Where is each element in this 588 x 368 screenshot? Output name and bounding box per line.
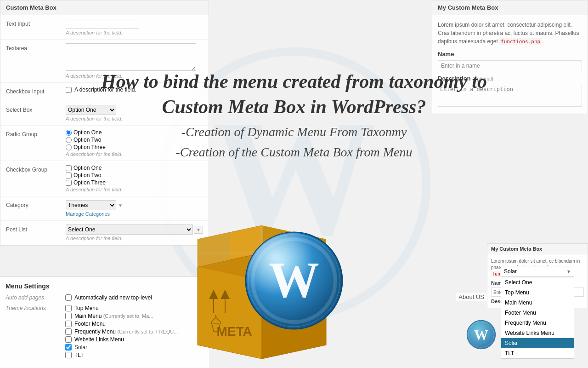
- post-list-select-field[interactable]: Select One: [66, 224, 193, 235]
- auto-add-pages-row: Auto add pages Automatically add new top…: [6, 294, 204, 302]
- wp-sphere: W: [243, 230, 345, 331]
- menu-checkbox-main[interactable]: [65, 313, 72, 319]
- checkbox-group-content: Option One Option Two Option Three A des…: [66, 165, 203, 192]
- checkbox-group-text-2: Option Two: [74, 172, 101, 178]
- checkbox-group-item-1[interactable]: Option One: [66, 165, 203, 171]
- radio-group-label: Radio Group: [6, 129, 66, 138]
- dropdown-item-website-links-menu[interactable]: Website Links Menu: [501, 328, 574, 338]
- post-list-label: Post List: [6, 224, 66, 233]
- radio-input-2[interactable]: [66, 137, 72, 143]
- auto-add-text: Automatically add new top-level: [74, 294, 152, 301]
- right-panel-name-label: Name: [438, 51, 582, 58]
- svg-text:W: W: [474, 327, 488, 343]
- right-custom-meta-box-panel: My Custom Meta Box Lorem ipsum dolor sit…: [432, 0, 588, 114]
- category-label: Category: [6, 200, 66, 208]
- svg-text:W: W: [269, 252, 319, 308]
- radio-input-3[interactable]: [66, 144, 72, 150]
- menu-checkbox-footer[interactable]: [65, 321, 72, 327]
- dropdown-arrow-icon: ▼: [566, 269, 571, 274]
- right-panel-body: Lorem ipsum dolor sit amet, consectetur …: [432, 15, 588, 114]
- checkbox-input-label: Checkbox Input: [6, 86, 66, 95]
- radio-group-content: Option One Option Two Option Three A des…: [66, 129, 203, 157]
- dropdown-item-main-menu[interactable]: Main Menu: [501, 298, 574, 308]
- right-panel-period: .: [543, 38, 545, 45]
- category-select-arrow: ▼: [118, 203, 123, 208]
- right-panel-title: My Custom Meta Box: [432, 0, 588, 15]
- dropdown-item-solar[interactable]: Solar: [501, 338, 574, 348]
- menu-checkbox-frequently[interactable]: [65, 328, 72, 335]
- dropdown-selected-value[interactable]: Solar ▼: [501, 266, 574, 277]
- right-panel-description: Lorem ipsum dolor sit amet, consectetur …: [438, 21, 582, 46]
- checkbox-group-desc: A description for the field.: [66, 187, 203, 192]
- select-box-desc: A description for the field.: [66, 116, 203, 121]
- radio-input-1[interactable]: [66, 130, 72, 136]
- checkbox-input-field[interactable]: [66, 87, 72, 93]
- theme-locations-row: Theme locations Top Menu Main Menu (Curr…: [6, 305, 204, 360]
- select-box-label: Select Box: [6, 105, 66, 113]
- menu-checkbox-solar[interactable]: [65, 344, 72, 351]
- checkbox-group-item-2[interactable]: Option Two: [66, 172, 203, 178]
- left-panel-title: Custom Meta Box: [0, 0, 209, 15]
- text-input-label: Text Input: [6, 19, 66, 27]
- checkbox-input-content: A description for the field.: [66, 86, 203, 93]
- menu-label-frequently: Frequently Menu (Currently set to: FREQU…: [74, 328, 178, 335]
- textarea-row: Textarea A description for the field.: [0, 40, 209, 83]
- right-panel-code: functions.php: [499, 38, 542, 45]
- checkbox-group-input-1[interactable]: [66, 165, 72, 171]
- checkbox-group-row: Checkbox Group Option One Option Two Opt…: [0, 161, 209, 196]
- dropdown-item-footer-menu[interactable]: Footer Menu: [501, 308, 574, 318]
- wp-logo-circle: W: [466, 320, 496, 350]
- dropdown-item-top-menu[interactable]: Top Menu: [501, 288, 574, 298]
- dropdown-item-frequently-menu[interactable]: Frequently Menu: [501, 318, 574, 328]
- checkbox-group-item-3[interactable]: Option Three: [66, 179, 203, 186]
- select-box-field[interactable]: Option One Option Two: [66, 105, 116, 115]
- text-input-row: Text Input A description for the field.: [0, 15, 209, 40]
- menu-label-solar: Solar: [74, 344, 87, 351]
- textarea-content: A description for the field.: [66, 43, 203, 79]
- right-panel-desc-textarea[interactable]: [438, 84, 582, 107]
- menu-settings-title: Menu Settings: [6, 282, 204, 290]
- dropdown-container: Solar ▼ Select One Top Menu Main Menu Fo…: [501, 266, 574, 359]
- right-panel-desc-label-text: Description: [438, 75, 471, 82]
- radio-option-2[interactable]: Option Two: [66, 137, 203, 143]
- dropdown-item-tlt[interactable]: TLT: [501, 348, 574, 358]
- menu-label-tlt: TLT: [74, 352, 84, 358]
- menu-label-footer: Footer Menu: [74, 321, 106, 327]
- select-box-content: Option One Option Two A description for …: [66, 105, 203, 121]
- right-panel-name-input[interactable]: [438, 60, 582, 71]
- menu-label-top: Top Menu: [74, 305, 99, 311]
- checkbox-group-input-2[interactable]: [66, 172, 72, 178]
- radio-group-row: Radio Group Option One Option Two Option…: [0, 126, 209, 161]
- radio-label-2: Option Two: [74, 137, 101, 143]
- auto-add-label: Auto add pages: [6, 294, 65, 301]
- radio-label-3: Option Three: [74, 144, 106, 150]
- text-input-content: A description for the field.: [66, 19, 203, 35]
- text-input-desc: A description for the field.: [66, 30, 203, 35]
- menu-label-main: Main Menu (Currently set to: Ma...: [74, 313, 153, 319]
- checkbox-group-text-1: Option One: [74, 165, 102, 171]
- menu-checkbox-tlt[interactable]: [65, 352, 72, 358]
- checkbox-group-label: Checkbox Group: [6, 165, 66, 173]
- about-us-text: About US: [456, 293, 487, 301]
- text-input-field[interactable]: [66, 19, 139, 29]
- menu-checkbox-website-links[interactable]: [65, 336, 72, 343]
- radio-option-3[interactable]: Option Three: [66, 144, 203, 150]
- checkbox-input-row: Checkbox Input A description for the fie…: [0, 83, 209, 101]
- menu-label-website-links: Website Links Menu: [74, 336, 124, 343]
- dropdown-item-select-one[interactable]: Select One: [501, 277, 574, 288]
- right-panel-desc-label: Description (optional): [438, 75, 582, 82]
- textarea-label: Textarea: [6, 43, 66, 52]
- select-box-row: Select Box Option One Option Two A descr…: [0, 101, 209, 126]
- radio-option-1[interactable]: Option One: [66, 129, 203, 136]
- auto-add-checkbox[interactable]: [65, 294, 72, 301]
- right-panel-desc-optional: (optional): [472, 76, 493, 81]
- category-select-field[interactable]: Themes: [66, 200, 116, 210]
- textarea-desc: A description for the field.: [66, 73, 203, 79]
- checkbox-input-text: A description for the field.: [74, 86, 136, 93]
- dropdown-list: Select One Top Menu Main Menu Footer Men…: [501, 277, 574, 359]
- dropdown-current-value: Solar: [504, 268, 517, 275]
- checkbox-input-wrapper[interactable]: A description for the field.: [66, 86, 203, 93]
- textarea-field[interactable]: [66, 43, 196, 71]
- menu-checkbox-top[interactable]: [65, 305, 72, 311]
- checkbox-group-input-3[interactable]: [66, 180, 72, 186]
